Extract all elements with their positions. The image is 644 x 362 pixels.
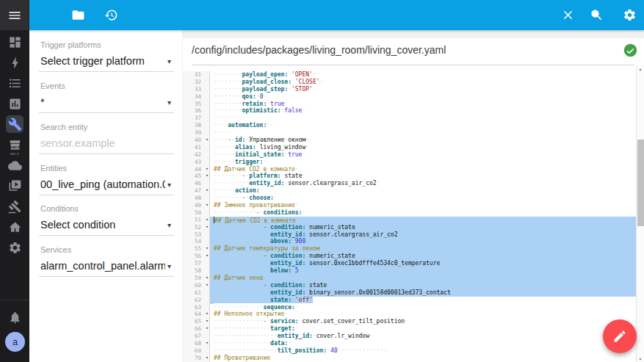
code-token: state: <box>270 297 292 303</box>
code-line-text[interactable]: ··············-·service:·cover.set_cover… <box>210 318 637 325</box>
events-select[interactable]: *▾ <box>40 96 171 108</box>
code-line-text[interactable]: ········· <box>210 115 637 122</box>
code-line-text[interactable]: ········payload_close:·'CLOSE'· <box>210 79 637 86</box>
code-line-text[interactable]: ········optimistic:·false· <box>210 107 637 115</box>
code-line-text[interactable]: ············-·conditions:· <box>210 209 637 217</box>
folder-icon[interactable] <box>70 7 87 23</box>
fold-arrow-icon[interactable]: ▾ <box>206 282 209 289</box>
menu-button[interactable] <box>0 0 29 30</box>
sidebar-item-hammer-icon[interactable] <box>6 198 23 215</box>
file-path-input[interactable]: /config/includes/packages/living_room/li… <box>192 44 446 56</box>
fold-arrow-icon[interactable]: ▾ <box>206 173 209 180</box>
code-token: sensor.cleargrass_air_co2 <box>309 231 397 238</box>
sidebar-item-hacs-icon[interactable]: HACSHACS <box>6 136 23 153</box>
fold-arrow-icon[interactable]: ▾ <box>206 217 209 224</box>
line-number: 69 <box>183 347 210 355</box>
whitespace-dots: ·················· <box>214 347 278 354</box>
avatar[interactable]: a <box>5 332 25 352</box>
fold-arrow-icon[interactable]: ▾ <box>206 166 209 173</box>
notifications-bell-icon[interactable] <box>6 308 23 326</box>
code-line-text[interactable]: ··············sequence:· <box>210 304 637 311</box>
whitespace-dots: ········ <box>214 107 242 114</box>
services-select[interactable]: alarm_control_panel.alarm_arm_aw ...▾ <box>40 260 171 272</box>
code-line-text[interactable]: ····automation:·· <box>210 122 637 129</box>
sidebar-item-view-dashboard-icon[interactable] <box>6 33 23 51</box>
field-label: Entities <box>40 164 171 173</box>
code-line-text[interactable]: ················entity_id:·binary_sensor… <box>210 289 637 297</box>
sidebar-item-lightning-bolt-icon[interactable] <box>6 54 23 71</box>
code-line-text[interactable]: ## Датчик окна· <box>210 275 637 282</box>
code-line-text[interactable]: ················above:·900· <box>210 238 637 245</box>
settings-icon[interactable] <box>621 7 638 23</box>
code-token: conditions: <box>263 209 302 216</box>
sidebar-item-list-icon[interactable] <box>6 74 23 92</box>
sidebar-item-media-icon[interactable] <box>6 177 23 195</box>
entities-select[interactable]: 00_live_ping (automation.00_live_pi ...▾ <box>40 178 171 190</box>
code-line-text[interactable]: ## Проветривание <box>210 355 637 362</box>
fold-arrow-icon[interactable]: ▾ <box>206 325 209 333</box>
conditions-select[interactable]: Select condition▾ <box>40 219 171 231</box>
code-line-text[interactable]: ················state:·'off' <box>210 297 637 304</box>
whitespace-dots: · <box>440 260 444 267</box>
scroll-down-arrow-icon[interactable]: ▼ <box>637 356 644 362</box>
fold-arrow-icon[interactable]: ▾ <box>206 340 209 347</box>
code-line-text[interactable]: ······alias:·living_window· <box>210 144 637 151</box>
code-line-text[interactable]: ··············-·condition:·numeric_state… <box>210 253 637 260</box>
code-line-text[interactable]: ········payload_stop:·'STOP'· <box>210 86 637 93</box>
code-line-text[interactable]: ## Датчик CO2 в комнате· <box>210 166 637 173</box>
fold-arrow-icon[interactable]: ▾ <box>206 355 209 362</box>
code-line-text[interactable]: ················below:·5· <box>210 267 637 275</box>
code-line-text[interactable]: ## Датчик температуры за окном· <box>210 245 637 253</box>
fold-arrow-icon[interactable]: ▾ <box>206 202 209 209</box>
code-line-text[interactable]: ········-·platform:·state· <box>210 173 637 180</box>
search-entity-input[interactable]: sensor.example <box>40 137 171 149</box>
sidebar-item-gear-icon[interactable] <box>6 239 23 256</box>
code-line-text[interactable]: ················entity_id:·sensor.clearg… <box>210 231 637 239</box>
fold-arrow-icon[interactable]: ▾ <box>206 187 209 195</box>
code-line-text[interactable]: ········qos:·0· <box>210 93 637 101</box>
code-line-text[interactable]: ········payload_open:·'OPEN'· <box>210 71 637 79</box>
fold-arrow-icon[interactable]: ▾ <box>206 275 209 282</box>
fold-arrow-icon[interactable]: ▾ <box>206 318 209 325</box>
code-line-text[interactable]: ········-·choose:· <box>210 195 637 202</box>
code-token: true <box>270 101 284 107</box>
code-line-text[interactable]: ## Датчик CO2 в комнате <box>210 217 637 224</box>
search-icon[interactable] <box>588 7 605 23</box>
code-line-text[interactable]: ··············-·condition:·state· <box>210 282 637 289</box>
fold-arrow-icon[interactable]: ▾ <box>206 224 209 231</box>
fold-arrow-icon[interactable]: ▾ <box>206 245 209 253</box>
sidebar-item-house-icon[interactable] <box>6 218 23 236</box>
fold-arrow-icon[interactable]: ▾ <box>206 311 209 318</box>
scroll-up-arrow-icon[interactable]: ▲ <box>637 66 644 72</box>
line-number: 49▾ <box>183 202 210 209</box>
edit-fab-button[interactable] <box>603 319 637 353</box>
fold-arrow-icon[interactable]: ▾ <box>206 137 209 144</box>
sidebar-item-cloud-icon[interactable] <box>6 156 23 174</box>
close-icon[interactable] <box>560 7 576 23</box>
trigger-platforms-select[interactable]: Select trigger platform▾ <box>40 55 171 67</box>
scrollbar-thumb[interactable] <box>637 140 644 226</box>
whitespace-dots: ········ <box>214 173 242 179</box>
code-line-text[interactable]: ····· <box>210 129 637 137</box>
code-line-text[interactable]: ················data:· <box>210 340 637 347</box>
code-line-text[interactable]: ······initial_state:·true· <box>210 151 637 159</box>
code-line-text[interactable]: ····-·id:·Управление·окном· <box>210 137 637 144</box>
code-line-text[interactable]: ······action:· <box>210 187 637 195</box>
code-line-text[interactable]: ········retain:·true· <box>210 101 637 108</box>
code-editor[interactable]: 31········payload_open:·'OPEN'·32·······… <box>183 71 637 362</box>
code-line-text[interactable]: ······trigger:· <box>210 159 637 166</box>
history-icon[interactable] <box>103 7 120 23</box>
code-line-text[interactable]: ## Неполное открытие· <box>210 311 637 318</box>
code-line-text[interactable]: ··········entity_id:·sensor.cleargrass_a… <box>210 180 637 187</box>
sidebar-item-chart-box-icon[interactable] <box>6 95 23 112</box>
code-line-text[interactable]: ··············-·condition:·numeric_state… <box>210 224 637 231</box>
code-line-text[interactable]: ··················entity_id:·cover.lr_wi… <box>210 333 637 340</box>
sidebar-item-wrench-icon[interactable] <box>6 115 23 133</box>
code-line-text[interactable]: ## Зимнее проветривание· <box>210 202 637 209</box>
editor-scrollbar[interactable]: ▲ ▼ <box>636 66 644 362</box>
code-token: condition: <box>270 224 305 231</box>
fold-arrow-icon[interactable]: ▾ <box>206 253 209 260</box>
code-line-text[interactable]: ················target:· <box>210 325 637 333</box>
code-line-text[interactable]: ··················tilt_position:·40·····… <box>210 347 637 355</box>
code-line-text[interactable]: ················entity_id:·sensor.0xec1b… <box>210 260 637 267</box>
